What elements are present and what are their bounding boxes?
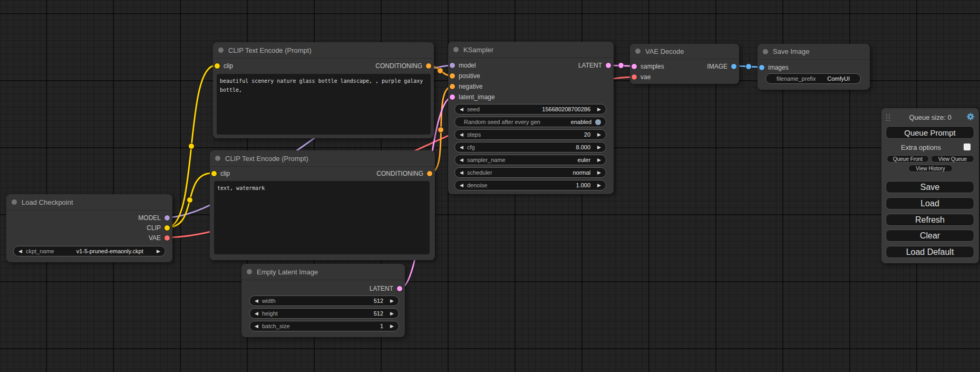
- negative-prompt-textarea[interactable]: text, watermark: [214, 181, 430, 254]
- node-clip-positive-header[interactable]: CLIP Text Encode (Prompt): [213, 42, 434, 59]
- port-clip-output[interactable]: CLIP: [147, 224, 170, 232]
- node-ksampler-header[interactable]: KSampler: [448, 42, 614, 58]
- image-port-dot[interactable]: [759, 65, 764, 70]
- port-conditioning-output[interactable]: CONDITIONING: [376, 170, 432, 177]
- toggle-dot[interactable]: [595, 119, 601, 125]
- refresh-button[interactable]: Refresh: [886, 214, 974, 226]
- left-arrow-icon[interactable]: ◀: [18, 249, 22, 254]
- port-clip-input[interactable]: clip: [215, 62, 233, 70]
- conditioning-port-dot[interactable]: [450, 73, 455, 79]
- right-arrow-icon[interactable]: ▶: [597, 107, 601, 112]
- node-ksampler[interactable]: KSampler model LATENT positive negative …: [448, 42, 614, 194]
- collapse-dot-icon[interactable]: [635, 49, 641, 54]
- width-widget[interactable]: ◀ width 512 ▶: [249, 295, 399, 306]
- latent-port-dot[interactable]: [632, 64, 637, 69]
- seed-widget[interactable]: ◀ seed 156680208700286 ▶: [454, 104, 606, 115]
- port-model-input[interactable]: model: [450, 62, 476, 69]
- right-arrow-icon[interactable]: ▶: [390, 299, 394, 303]
- random-seed-toggle[interactable]: Random seed after every gen enabled: [454, 117, 606, 127]
- right-arrow-icon[interactable]: ▶: [597, 158, 601, 163]
- node-clip-text-encode-negative[interactable]: CLIP Text Encode (Prompt) clip CONDITION…: [210, 150, 435, 260]
- node-save-image[interactable]: Save Image images filename_prefix ComfyU…: [758, 44, 870, 90]
- left-arrow-icon[interactable]: ◀: [255, 324, 258, 329]
- port-positive-input[interactable]: positive: [450, 72, 480, 80]
- left-arrow-icon[interactable]: ◀: [460, 158, 463, 163]
- vae-port-dot[interactable]: [632, 74, 637, 80]
- conditioning-port-dot[interactable]: [426, 63, 431, 69]
- load-button[interactable]: Load: [886, 197, 974, 209]
- latent-port-dot[interactable]: [606, 63, 611, 68]
- collapse-dot-icon[interactable]: [763, 49, 768, 54]
- port-samples-input[interactable]: samples: [632, 63, 664, 70]
- port-negative-input[interactable]: negative: [450, 83, 482, 90]
- left-arrow-icon[interactable]: ◀: [460, 132, 463, 137]
- port-conditioning-output[interactable]: CONDITIONING: [375, 62, 431, 70]
- extra-options-checkbox[interactable]: [964, 144, 971, 150]
- denoise-widget[interactable]: ◀ denoise 1.000 ▶: [454, 180, 606, 190]
- clip-port-dot[interactable]: [164, 225, 170, 231]
- sampler-name-widget[interactable]: ◀ sampler_name euler ▶: [454, 155, 606, 165]
- view-queue-button[interactable]: View Queue: [931, 155, 974, 163]
- steps-widget[interactable]: ◀ steps 20 ▶: [454, 129, 606, 140]
- clear-button[interactable]: Clear: [886, 230, 974, 242]
- latent-port-dot[interactable]: [450, 94, 455, 100]
- node-empty-latent-image[interactable]: Empty Latent Image LATENT ◀ width 512 ▶ …: [241, 264, 405, 337]
- port-clip-input[interactable]: clip: [211, 170, 230, 177]
- latent-port-dot[interactable]: [397, 286, 402, 291]
- conditioning-port-dot[interactable]: [427, 171, 432, 176]
- comfyui-canvas[interactable]: { "colors": { "CLIP": "#FFD500", "CONDIT…: [0, 0, 980, 372]
- model-port-dot[interactable]: [164, 215, 170, 221]
- view-history-button[interactable]: View History: [908, 165, 953, 172]
- filename-prefix-widget[interactable]: filename_prefix ComfyUI: [765, 73, 861, 84]
- clip-port-dot[interactable]: [215, 63, 220, 69]
- positive-prompt-textarea[interactable]: beautiful scenery nature glass bottle la…: [217, 74, 431, 135]
- node-save-image-header[interactable]: Save Image: [758, 44, 870, 60]
- port-vae-output[interactable]: VAE: [149, 234, 170, 242]
- save-button[interactable]: Save: [886, 181, 974, 193]
- vae-port-dot[interactable]: [164, 235, 170, 241]
- scheduler-widget[interactable]: ◀ scheduler normal ▶: [454, 167, 606, 178]
- queue-prompt-button[interactable]: Queue Prompt: [886, 126, 974, 139]
- port-latent-output[interactable]: LATENT: [578, 62, 611, 69]
- right-arrow-icon[interactable]: ▶: [597, 145, 601, 150]
- ckpt-name-widget[interactable]: ◀ ckpt_name v1-5-pruned-emaonly.ckpt ▶: [13, 246, 166, 256]
- port-latent-image-input[interactable]: latent_image: [450, 93, 495, 101]
- left-arrow-icon[interactable]: ◀: [255, 311, 258, 316]
- node-load-checkpoint-header[interactable]: Load Checkpoint: [6, 194, 172, 211]
- right-arrow-icon[interactable]: ▶: [390, 324, 394, 329]
- image-port-dot[interactable]: [731, 64, 736, 69]
- port-images-input[interactable]: images: [759, 64, 789, 71]
- left-arrow-icon[interactable]: ◀: [460, 145, 463, 150]
- node-empty-latent-header[interactable]: Empty Latent Image: [241, 264, 405, 280]
- node-vae-decode-header[interactable]: VAE Decode: [630, 44, 739, 59]
- right-arrow-icon[interactable]: ▶: [597, 170, 601, 175]
- right-arrow-icon[interactable]: ▶: [597, 132, 601, 137]
- collapse-dot-icon[interactable]: [453, 47, 459, 52]
- collapse-dot-icon[interactable]: [247, 269, 252, 274]
- port-latent-output[interactable]: LATENT: [370, 285, 402, 292]
- queue-panel[interactable]: Queue size: 0 Queue Prompt Extra options…: [881, 108, 979, 263]
- queue-front-button[interactable]: Queue Front: [887, 155, 929, 163]
- cfg-widget[interactable]: ◀ cfg 8.000 ▶: [454, 142, 606, 152]
- left-arrow-icon[interactable]: ◀: [460, 107, 463, 112]
- port-model-output[interactable]: MODEL: [138, 214, 170, 222]
- node-load-checkpoint[interactable]: Load Checkpoint MODEL CLIP VAE ◀ ckpt_na…: [6, 194, 172, 262]
- collapse-dot-icon[interactable]: [215, 156, 220, 161]
- height-widget[interactable]: ◀ height 512 ▶: [249, 308, 399, 319]
- model-port-dot[interactable]: [450, 63, 455, 68]
- node-clip-negative-header[interactable]: CLIP Text Encode (Prompt): [210, 150, 435, 167]
- left-arrow-icon[interactable]: ◀: [460, 170, 463, 175]
- load-default-button[interactable]: Load Default: [886, 246, 974, 258]
- conditioning-port-dot[interactable]: [450, 84, 455, 89]
- clip-port-dot[interactable]: [211, 171, 217, 176]
- left-arrow-icon[interactable]: ◀: [255, 299, 258, 303]
- collapse-dot-icon[interactable]: [12, 199, 17, 205]
- port-image-output[interactable]: IMAGE: [707, 63, 736, 70]
- node-vae-decode[interactable]: VAE Decode samples IMAGE vae: [630, 44, 739, 84]
- batch-size-widget[interactable]: ◀ batch_size 1 ▶: [249, 321, 399, 331]
- collapse-dot-icon[interactable]: [218, 47, 224, 53]
- port-vae-input[interactable]: vae: [632, 73, 651, 81]
- left-arrow-icon[interactable]: ◀: [460, 183, 463, 188]
- right-arrow-icon[interactable]: ▶: [390, 311, 394, 316]
- right-arrow-icon[interactable]: ▶: [157, 249, 160, 254]
